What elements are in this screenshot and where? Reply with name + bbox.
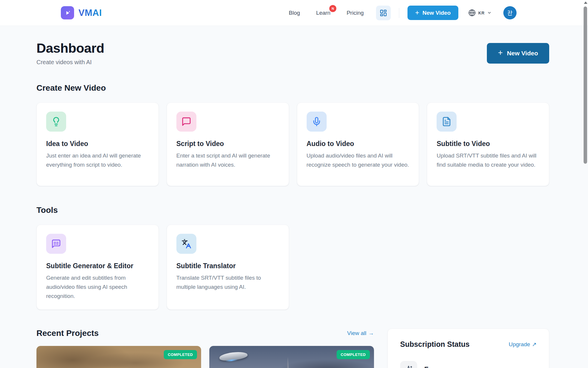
- scrollbar: [583, 0, 588, 368]
- language-code: KR: [478, 11, 485, 15]
- bottom-row: Recent Projects View all → COMPLETED: [36, 329, 549, 368]
- project-thumbnail-scifi-city: COMPLETED: [209, 346, 374, 368]
- new-video-button-header[interactable]: + New Video: [407, 6, 458, 20]
- plan-name: Free: [424, 366, 439, 368]
- card-subtitle-to-video[interactable]: Subtitle to Video Upload SRT/VTT subtitl…: [427, 102, 549, 186]
- page-subtitle: Create videos with AI: [36, 59, 104, 66]
- arrow-up-right-icon: ↗: [532, 341, 537, 348]
- page-title: Dashboard: [36, 41, 104, 56]
- card-idea-to-video[interactable]: Idea to Video Just enter an idea and AI …: [36, 102, 159, 186]
- recent-projects-title: Recent Projects: [36, 329, 99, 338]
- project-thumbnail-sunset: COMPLETED: [36, 346, 201, 368]
- arrow-right-icon: →: [368, 330, 374, 336]
- language-selector[interactable]: KR: [468, 9, 492, 16]
- new-video-button-page[interactable]: + New Video: [487, 43, 549, 64]
- card-subtitle-generator[interactable]: Subtitle Generator & Editor Generate and…: [36, 225, 159, 310]
- avatar-initial-icon: [507, 10, 513, 16]
- brand-name: VMAI: [78, 8, 102, 18]
- avatar[interactable]: [503, 6, 517, 19]
- nav-item-blog[interactable]: Blog: [289, 10, 300, 16]
- app-header: VMAI Blog Learn N Pricing: [0, 0, 588, 26]
- project-card-scifi-city[interactable]: COMPLETED: [209, 346, 374, 368]
- subscription-card: Subscription Status Upgrade ↗ Fre: [387, 329, 549, 368]
- scrollbar-thumb[interactable]: [584, 6, 587, 164]
- view-all-link[interactable]: View all →: [347, 330, 374, 336]
- page-header-row: Dashboard Create videos with AI + New Vi…: [36, 41, 549, 66]
- play-logo-icon: [61, 6, 74, 19]
- create-section: Create New Video Idea to Video Just ente…: [36, 83, 549, 186]
- plus-icon: +: [415, 9, 419, 16]
- microphone-icon: [307, 112, 327, 132]
- recent-projects-section: Recent Projects View all → COMPLETED: [36, 329, 374, 368]
- plus-icon: +: [498, 49, 503, 57]
- tools-section: Tools Subtitle Generator & Editor Genera…: [36, 205, 549, 310]
- brand-logo[interactable]: VMAI: [61, 6, 102, 19]
- tools-section-title: Tools: [36, 205, 549, 215]
- captions-icon: [46, 234, 66, 254]
- globe-icon: [468, 9, 476, 16]
- header-divider: [399, 8, 399, 18]
- lightbulb-icon: [46, 112, 66, 132]
- main-content: Dashboard Create videos with AI + New Vi…: [0, 41, 588, 368]
- subscription-title: Subscription Status: [400, 340, 470, 349]
- create-section-title: Create New Video: [36, 83, 549, 93]
- nav-item-learn[interactable]: Learn N: [316, 10, 330, 16]
- card-script-to-video[interactable]: Script to Video Enter a text script and …: [167, 102, 289, 186]
- chevron-down-icon: [487, 11, 492, 15]
- card-audio-to-video[interactable]: Audio to Video Upload audio/video files …: [297, 102, 419, 186]
- tower-spire-shape: [283, 357, 292, 368]
- nav-item-pricing[interactable]: Pricing: [347, 10, 364, 16]
- dashboard-grid-button[interactable]: [376, 6, 391, 20]
- subscription-section: Subscription Status Upgrade ↗ Fre: [387, 329, 549, 368]
- header-right-group: Blog Learn N Pricing + Ne: [289, 6, 517, 20]
- sparkles-icon: [400, 361, 417, 368]
- spaceship-shape: [219, 351, 248, 362]
- message-bubble-icon: [176, 112, 196, 132]
- scroll-up-arrow-icon[interactable]: [584, 1, 587, 4]
- status-badge: COMPLETED: [337, 350, 370, 359]
- project-card-sunset[interactable]: COMPLETED: [36, 346, 201, 368]
- document-icon: [437, 112, 457, 132]
- main-nav: Blog Learn N Pricing: [289, 10, 364, 16]
- translate-icon: [176, 234, 196, 254]
- upgrade-link[interactable]: Upgrade ↗: [509, 341, 537, 348]
- new-badge: N: [329, 5, 336, 12]
- status-badge: COMPLETED: [164, 350, 197, 359]
- card-subtitle-translator[interactable]: Subtitle Translator Translate SRT/VTT su…: [167, 225, 289, 310]
- layout-grid-icon: [380, 9, 387, 17]
